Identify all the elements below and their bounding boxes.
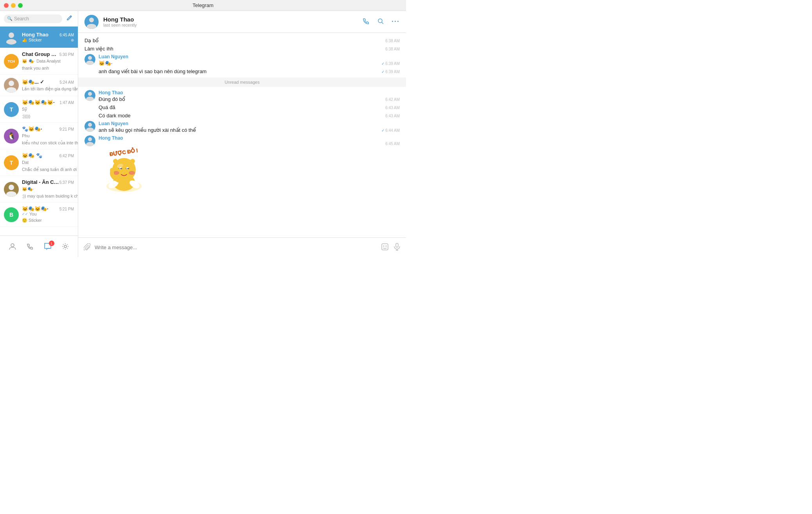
svg-point-39 — [113, 159, 118, 164]
messages-area: Dạ bổ 6:38 AM Làm việc ihh 6:38 AM — [78, 33, 406, 237]
chat-header-bar: Hong Thao last seen recently ··· — [78, 11, 406, 33]
svg-point-5 — [9, 81, 14, 86]
pin-icon: ⊕ — [71, 38, 74, 42]
msg-sender-hong2: Hong Thao — [99, 135, 400, 141]
chat-item-phu[interactable]: 🐧 🐾🐱🎭· 9:21 PM Phu kiểu như con stick củ… — [0, 123, 78, 149]
svg-point-8 — [9, 185, 14, 190]
message-row: Có dark mode 6:43 AM — [84, 113, 400, 119]
chat-name-8: 🐱🎭🐱🎭· — [22, 206, 49, 212]
msg-sender: Luan Nguyen — [99, 54, 400, 59]
chat-name-hong-thao: Hong Thao — [22, 32, 49, 38]
svg-point-48 — [386, 245, 387, 246]
message-row: Quá đã 6:43 AM — [84, 104, 400, 110]
msg-sender: Hong Thao — [99, 90, 400, 95]
chat-info-digital: Digital - Ăn Chơi 📢 5:37 PM 🐱🎭· :)) may … — [22, 179, 74, 199]
chat-contact-avatar — [84, 15, 99, 29]
call-button[interactable] — [362, 17, 370, 27]
svg-point-18 — [88, 56, 92, 60]
svg-point-37 — [120, 168, 122, 169]
svg-point-47 — [383, 245, 384, 246]
search-icon: 🔍 — [7, 16, 13, 21]
search-box[interactable]: 🔍 Search — [4, 14, 62, 23]
message-text: Làm việc ihh — [84, 46, 113, 52]
chat-info-phu: 🐾🐱🎭· 9:21 PM Phu kiểu như con stick của … — [22, 126, 74, 146]
message-row: Luan Nguyen anh sẽ kêu gọi nhiều người x… — [84, 121, 400, 133]
message-row: Dạ bổ 6:38 AM — [84, 38, 400, 43]
avatar-3 — [4, 78, 19, 93]
chat-info-hong-thao: Hong Thao 6:45 AM 👍 Sticker ⊕ — [22, 32, 74, 43]
svg-point-10 — [11, 244, 14, 247]
chat-item-hong-thao[interactable]: Hong Thao 6:45 AM 👍 Sticker ⊕ — [0, 27, 78, 48]
close-button[interactable] — [4, 3, 9, 8]
compose-button[interactable] — [65, 14, 74, 23]
chat-info-sy: 🐱🎭🐱🎭🐱· 1:47 AM Sỹ :))))) — [22, 99, 74, 119]
message-text-input[interactable] — [95, 244, 377, 250]
maximize-button[interactable] — [18, 3, 23, 8]
svg-line-0 — [70, 16, 71, 17]
chat-item-3[interactable]: 🐱🎭... ✓ 5:24 AM Lần tới làm điện gia dụn… — [0, 75, 78, 96]
app-title: Telegram — [192, 2, 213, 8]
msg-avatar-hong2 — [84, 135, 95, 146]
svg-point-2 — [9, 32, 14, 38]
chat-item-sy[interactable]: T 🐱🎭🐱🎭🐱· 1:47 AM Sỹ :))))) — [0, 96, 78, 123]
svg-point-43 — [110, 168, 115, 173]
chat-info-8: 🐱🎭🐱🎭· 5:21 PM ✓✓ You 🙂 Sticker — [22, 206, 74, 223]
calls-nav-button[interactable] — [26, 243, 34, 250]
message-time: 6:38 AM — [385, 39, 400, 43]
chat-name-3: 🐱🎭... ✓ — [22, 79, 44, 85]
avatar-phu: 🐧 — [4, 129, 19, 144]
message-row-sticker: Hong Thao — [84, 135, 400, 199]
avatar-digital — [4, 182, 19, 197]
msg-avatar-luan — [84, 54, 95, 65]
chat-item-8[interactable]: B 🐱🎭🐱🎭· 5:21 PM ✓✓ You 🙂 Sticker — [0, 203, 78, 227]
chat-header-actions: ··· — [362, 17, 400, 27]
contacts-nav-button[interactable] — [9, 243, 16, 250]
sticker: ĐƯỢC ĐỎ ! ĐƯỢC ĐỎ ! — [99, 143, 149, 199]
msg-content: Quá đã 6:43 AM — [99, 104, 400, 110]
chat-item-chat-group[interactable]: TCH Chat Group 🐱 🎭· 5:30 PM 🐱 🎭· Data An… — [0, 48, 78, 75]
chat-info-3: 🐱🎭... ✓ 5:24 AM Lần tới làm điện gia dụn… — [22, 79, 74, 92]
svg-point-13 — [89, 18, 94, 22]
svg-text:ĐƯỢC ĐỎ !: ĐƯỢC ĐỎ ! — [109, 147, 138, 157]
attach-button[interactable] — [84, 243, 91, 252]
svg-point-15 — [378, 19, 382, 23]
sticker-button[interactable] — [381, 243, 389, 252]
msg-content: anh đang viết bài vì sao bạn nên dùng te… — [99, 68, 400, 74]
chat-name-digital: Digital - Ăn Chơi 📢 — [22, 179, 59, 185]
svg-rect-49 — [396, 243, 398, 247]
minimize-button[interactable] — [11, 3, 16, 8]
titlebar: Telegram — [0, 0, 406, 11]
svg-rect-46 — [382, 244, 388, 250]
app-body: 🔍 Search — [0, 11, 406, 257]
message-row: Luan Nguyen 🐱🎭· ✓ 6:39 AM — [84, 54, 400, 66]
chat-name-phu: 🐾🐱🎭· — [22, 126, 42, 132]
message-row: Làm việc ihh 6:38 AM — [84, 46, 400, 52]
message-input-area — [78, 237, 406, 257]
microphone-button[interactable] — [393, 243, 401, 252]
chat-info-dat: 🐱🎭 🐾 6:42 PM Dat Chắc để sang tuần đi an… — [22, 153, 74, 173]
svg-point-27 — [88, 137, 92, 141]
chat-name-dat: 🐱🎭 🐾 — [22, 153, 42, 158]
chat-name-sy: 🐱🎭🐱🎭🐱· — [22, 99, 55, 105]
avatar-8: B — [4, 207, 19, 222]
msg-sender: Luan Nguyen — [99, 121, 400, 126]
svg-point-21 — [88, 92, 92, 96]
sidebar-search-bar: 🔍 Search — [0, 11, 78, 27]
more-options-button[interactable]: ··· — [392, 18, 400, 26]
chat-info-chat-group: Chat Group 🐱 🎭· 5:30 PM 🐱 🎭· Data Analys… — [22, 51, 74, 71]
message-row: Hong Thao Đúng đó bổ 6:42 AM — [84, 90, 400, 102]
sidebar: 🔍 Search — [0, 11, 78, 257]
msg-content: Luan Nguyen 🐱🎭· ✓ 6:39 AM — [99, 54, 400, 66]
search-chat-button[interactable] — [377, 17, 384, 27]
avatar-chat-group: TCH — [4, 54, 19, 69]
chat-list: Hong Thao 6:45 AM 👍 Sticker ⊕ TCH Chat G… — [0, 27, 78, 235]
contact-status: last seen recently — [103, 23, 357, 27]
msg-avatar-hong — [84, 90, 95, 101]
chat-name-chat-group: Chat Group 🐱 🎭· — [22, 51, 59, 57]
chats-nav-button[interactable]: 1 — [43, 242, 52, 251]
contact-name: Hong Thao — [103, 16, 357, 23]
chat-item-dat[interactable]: T 🐱🎭 🐾 6:42 PM Dat Chắc để sang tuần đi … — [0, 149, 78, 176]
settings-nav-button[interactable] — [61, 243, 69, 250]
chat-item-digital[interactable]: Digital - Ăn Chơi 📢 5:37 PM 🐱🎭· :)) may … — [0, 176, 78, 203]
window-controls — [4, 3, 23, 8]
